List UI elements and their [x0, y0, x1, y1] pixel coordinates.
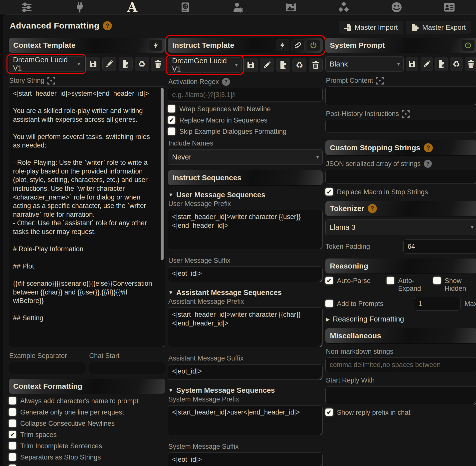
user-message-prefix-textarea[interactable]: <|start_header_id|>writer character {{us…	[168, 210, 323, 249]
example-separator-input[interactable]	[9, 362, 85, 374]
checkbox-show-hidden[interactable]: Show Hidden	[433, 277, 476, 292]
context-restore-button[interactable]: ♻	[135, 57, 149, 71]
help-icon[interactable]: ?	[222, 78, 230, 86]
context-delete-button[interactable]	[151, 57, 165, 71]
checkbox[interactable]	[9, 397, 16, 404]
checkbox-names-stop-strings[interactable]: ✔ Names as Stop Strings	[9, 464, 165, 466]
checkbox[interactable]	[9, 408, 16, 416]
extensions-cubes-icon[interactable]	[336, 1, 351, 14]
checkbox-add-to-prompts[interactable]: Add to Prompts	[325, 300, 410, 308]
scrollbar-thumb[interactable]	[161, 88, 164, 260]
instruct-bind-link-button[interactable]	[291, 40, 305, 51]
checkbox[interactable]	[9, 420, 16, 427]
checkbox[interactable]	[433, 277, 441, 284]
checkbox-show-reply-prefix[interactable]: ✔ Show reply prefix in chat	[325, 408, 476, 416]
user-gear-icon[interactable]	[231, 1, 245, 14]
world-book-icon[interactable]	[178, 1, 193, 14]
include-names-select[interactable]: Never ▾	[168, 149, 323, 165]
start-reply-with-textarea[interactable]	[325, 386, 476, 404]
help-icon[interactable]: ?	[424, 160, 432, 168]
sysprompt-save-button[interactable]	[406, 57, 418, 71]
checkbox-wrap-sequences-newline[interactable]: Wrap Sequences with Newline	[168, 105, 323, 113]
prompt-content-textarea[interactable]	[325, 86, 476, 105]
context-new-button[interactable]	[119, 57, 133, 71]
reasoning-max-input[interactable]	[414, 297, 461, 310]
master-export-button[interactable]: Master Export	[407, 21, 471, 34]
context-save-button[interactable]	[86, 57, 100, 71]
instruct-delete-button[interactable]	[309, 58, 323, 72]
context-rename-button[interactable]	[102, 57, 116, 71]
user-message-suffix-textarea[interactable]: <|eot_id|>	[168, 266, 323, 282]
system-message-prefix-textarea[interactable]: <|start_header_id|>user<|end_header_id|>	[168, 405, 323, 435]
checkbox-trim-incomplete[interactable]: Trim Incomplete Sentences	[9, 442, 165, 450]
assistant-message-suffix-textarea[interactable]: <|eot_id|>	[168, 364, 323, 380]
stopping-strings-textarea[interactable]	[325, 170, 476, 184]
checkbox[interactable]: ✔	[9, 464, 16, 466]
non-markdown-input[interactable]	[325, 358, 476, 372]
expand-arrows-icon[interactable]	[47, 77, 55, 84]
checkbox[interactable]: ✔	[168, 116, 175, 124]
checkbox[interactable]	[9, 453, 16, 461]
sysprompt-rename-button[interactable]	[421, 57, 433, 71]
context-preset-select[interactable]: DreamGen Lucid V1 ▾	[9, 56, 84, 72]
checkbox-always-add-name[interactable]: Always add character's name to prompt	[9, 397, 165, 405]
system-message-suffix-textarea[interactable]: <|eot_id|>	[168, 452, 323, 466]
plug-icon[interactable]	[72, 1, 87, 14]
checkbox[interactable]	[9, 442, 16, 450]
checkbox-separators-stop-strings[interactable]: Separators as Stop Strings	[9, 453, 165, 461]
context-quick-edit-bolt-button[interactable]	[149, 40, 163, 51]
story-string-textarea[interactable]: <|start_header_id|>system<|end_header_id…	[9, 86, 165, 347]
backgrounds-image-icon[interactable]	[284, 1, 298, 14]
checkbox-replace-macro-stop-strings[interactable]: ✔ Replace Macro in Stop Strings	[325, 188, 476, 196]
activation-regex-input[interactable]	[168, 88, 323, 102]
assistant-message-sequences-toggle[interactable]: ▼ Assistant Message Sequences	[168, 288, 322, 297]
help-icon[interactable]: ?	[368, 204, 377, 213]
instruct-save-button[interactable]	[244, 58, 258, 72]
checkbox[interactable]	[168, 128, 175, 135]
character-card-icon[interactable]	[442, 1, 457, 14]
sysprompt-new-button[interactable]	[435, 57, 448, 71]
font-a-icon[interactable]: A	[125, 1, 140, 14]
checkbox-skip-example-dialogues[interactable]: Skip Example Dialogues Formatting	[168, 128, 323, 136]
sliders-icon[interactable]	[19, 1, 34, 14]
system-prompt-enabled-power-button[interactable]	[461, 40, 475, 51]
checkbox[interactable]	[168, 105, 175, 112]
master-import-button[interactable]: Master Import	[339, 21, 403, 34]
reasoning-formatting-toggle[interactable]: ▶ Reasoning Formatting	[326, 315, 476, 323]
expand-arrows-icon[interactable]	[402, 110, 410, 118]
checkbox-one-line-per-request[interactable]: Generate only one line per request	[9, 408, 165, 416]
checkbox[interactable]: ✔	[9, 431, 16, 438]
checkbox-auto-parse[interactable]: ✔ Auto-Parse	[325, 277, 384, 292]
help-icon[interactable]: ?	[424, 143, 433, 152]
token-padding-input[interactable]	[403, 240, 476, 254]
expand-arrows-icon[interactable]	[376, 77, 384, 84]
system-prompt-preset-select[interactable]: Blank ▾	[325, 56, 404, 72]
instruct-preset-select[interactable]: DreamGen Lucid V1 ▾	[168, 57, 241, 73]
checkbox[interactable]	[325, 300, 333, 307]
instruct-enabled-power-button[interactable]	[307, 40, 320, 51]
assistant-message-prefix-textarea[interactable]: <|start_header_id|>writer character {{ch…	[168, 308, 323, 347]
help-icon[interactable]: ?	[103, 21, 112, 30]
checkbox-collapse-newlines[interactable]: Collapse Consecutive Newlines	[9, 420, 165, 428]
checkbox-auto-expand[interactable]: Auto-Expand	[387, 277, 431, 292]
non-markdown-label: Non-markdown strings	[326, 348, 476, 356]
instruct-restore-button[interactable]: ♻	[292, 58, 306, 72]
instruct-rename-button[interactable]	[260, 58, 274, 72]
link-icon	[295, 42, 301, 49]
instruct-quick-edit-bolt-button[interactable]	[276, 40, 289, 51]
sysprompt-restore-button[interactable]: ♻	[450, 57, 463, 71]
post-history-textarea[interactable]	[325, 120, 476, 133]
checkbox[interactable]: ✔	[325, 188, 333, 196]
user-message-sequences-toggle[interactable]: ▼ User Message Sequences	[168, 191, 322, 199]
checkbox[interactable]	[387, 277, 394, 284]
checkbox[interactable]: ✔	[325, 277, 333, 284]
checkbox-replace-macro-sequences[interactable]: ✔ Replace Macro in Sequences	[168, 116, 323, 124]
tokenizer-select[interactable]: Llama 3 ▾	[325, 220, 476, 235]
chat-start-input[interactable]	[89, 362, 165, 374]
sysprompt-delete-button[interactable]	[465, 57, 476, 71]
system-message-sequences-toggle[interactable]: ▼ System Message Sequences	[168, 386, 322, 394]
checkbox-trim-spaces[interactable]: ✔ Trim spaces	[9, 431, 165, 439]
checkbox[interactable]: ✔	[325, 408, 333, 416]
persona-smiley-icon[interactable]	[389, 1, 404, 14]
instruct-new-button[interactable]	[276, 58, 290, 72]
